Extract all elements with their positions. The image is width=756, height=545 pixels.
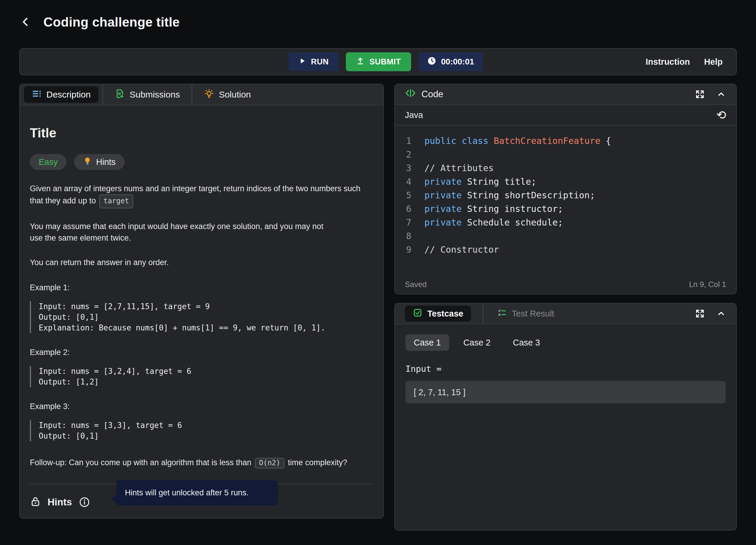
example-block: Input: nums = [2,7,11,15], target = 9Out… (30, 301, 372, 333)
lightbulb-icon (204, 89, 214, 101)
code-editor[interactable]: 1public class BatchCreationFeature {23//… (395, 126, 736, 256)
line-number: 9 (406, 244, 424, 255)
line-number: 8 (406, 231, 424, 241)
hints-header: Hints Hints will get unlocked after 5 ru… (30, 494, 372, 510)
code-text: // Constructor (424, 244, 499, 255)
timer-value: 00:00:01 (441, 57, 474, 66)
upload-icon (356, 56, 365, 67)
checklist-icon (497, 308, 507, 320)
tab-test-result-label: Test Result (512, 309, 554, 319)
code-panel: Code Java ⟲ 1public class BatchCreationF… (394, 84, 737, 295)
code-lines: 1public class BatchCreationFeature {23//… (406, 134, 736, 256)
testcase-body: Case 1Case 2Case 3 Input = [ 2, 7, 11, 1… (395, 324, 736, 404)
expand-icon[interactable] (695, 89, 705, 99)
difficulty-badge: Easy (30, 154, 66, 170)
problem-statement: Given an array of integers nums and an i… (30, 183, 365, 208)
line-number: 1 (406, 136, 424, 146)
inline-code-complexity: O(n2) (255, 458, 284, 468)
tab-submissions-label: Submissions (130, 89, 180, 100)
line-number: 2 (406, 149, 424, 160)
hints-badge-label: Hints (96, 157, 115, 167)
case-tabs: Case 1Case 2Case 3 (405, 334, 726, 351)
code-line: 3// Attributes (406, 161, 736, 175)
code-text: private String instructor; (424, 204, 563, 214)
code-line: 1public class BatchCreationFeature { (406, 134, 736, 147)
problem-note: You can return the answer in any order. (30, 257, 365, 268)
code-text: private Schedule schedule; (424, 217, 563, 227)
line-number: 7 (406, 217, 424, 227)
input-value-field[interactable]: [ 2, 7, 11, 15 ] (405, 381, 726, 404)
example-line: Output: [1,2] (39, 377, 372, 387)
description-panel: Description Submissions Solution Title E… (19, 84, 384, 519)
clock-icon (427, 56, 436, 68)
collapse-chevron-icon[interactable] (716, 89, 726, 99)
hint-list: Hint 1 titleHint 2 title (30, 515, 372, 519)
case-tab-2[interactable]: Case 2 (455, 334, 499, 351)
line-number: 5 (406, 190, 424, 200)
save-status: Saved (405, 280, 427, 289)
expand-icon[interactable] (695, 309, 705, 319)
code-statusbar: Saved Ln 9, Col 1 (395, 275, 736, 294)
case-tab-1[interactable]: Case 1 (405, 334, 449, 351)
line-number: 3 (406, 163, 424, 173)
submit-button-label: SUBMIT (369, 57, 401, 66)
hint-item[interactable]: Hint 1 title (30, 515, 372, 519)
code-line: 4private String title; (406, 175, 736, 188)
language-row: Java ⟲ (395, 105, 736, 126)
toolbar: RUN SUBMIT 00:00:01 Instruction Help (19, 48, 737, 75)
submit-button[interactable]: SUBMIT (346, 52, 411, 71)
code-text: private String title; (424, 176, 536, 187)
back-button[interactable] (19, 16, 32, 29)
tab-submissions[interactable]: Submissions (103, 84, 192, 105)
example-block: Input: nums = [3,2,4], target = 6Output:… (30, 366, 372, 387)
code-text: private String shortDescription; (424, 190, 595, 200)
example-line: Input: nums = [3,3], target = 6 (39, 420, 372, 431)
badge-row: Easy Hints (30, 154, 372, 170)
tab-solution-label: Solution (219, 89, 251, 100)
tab-test-result[interactable]: Test Result (497, 308, 554, 320)
info-icon[interactable] (79, 496, 90, 508)
cursor-position: Ln 9, Col 1 (689, 280, 726, 289)
tab-testcase[interactable]: Testcase (405, 306, 471, 322)
code-line: 8 (406, 229, 736, 243)
reset-code-icon[interactable]: ⟲ (716, 109, 726, 121)
example-label: Example 1: (30, 283, 372, 292)
example-block: Input: nums = [3,3], target = 6Output: [… (30, 420, 372, 441)
page-title: Coding challenge title (43, 15, 180, 30)
followup-note: Follow-up: Can you come up with an algor… (30, 458, 372, 468)
tab-description[interactable]: Description (24, 86, 98, 103)
problem-assumption: You may assume that each input would hav… (30, 221, 334, 244)
hints-badge[interactable]: Hints (74, 154, 124, 170)
code-panel-title: Code (421, 89, 443, 100)
description-tabbar: Description Submissions Solution (20, 84, 383, 105)
instruction-link[interactable]: Instruction (646, 57, 690, 67)
language-selector[interactable]: Java (405, 110, 423, 120)
testcase-panel: Testcase Test Result Case 1Case 2Case 3 … (394, 303, 737, 531)
description-content: Title Easy Hints Given an array of integ… (20, 105, 383, 519)
app-header: Coding challenge title (19, 12, 180, 32)
lock-icon (30, 496, 41, 508)
case-tab-3[interactable]: Case 3 (505, 334, 548, 351)
code-line: 6private String instructor; (406, 202, 736, 215)
play-icon (299, 57, 306, 67)
input-label: Input = (405, 364, 726, 374)
code-text: // Attributes (424, 163, 494, 173)
tab-testcase-label: Testcase (427, 309, 463, 319)
line-number: 4 (406, 176, 424, 187)
code-line: 2 (406, 147, 736, 161)
testcase-panel-header: Testcase Test Result (395, 304, 736, 324)
example-line: Output: [0,1] (39, 431, 372, 441)
inline-code-target: target (99, 194, 133, 208)
run-button-label: RUN (311, 57, 329, 66)
help-link[interactable]: Help (704, 57, 723, 67)
example-label: Example 2: (30, 348, 372, 357)
line-number: 6 (406, 204, 424, 214)
checkbox-check-icon (413, 308, 423, 320)
tab-solution[interactable]: Solution (192, 84, 263, 105)
code-line: 5private String shortDescription; (406, 188, 736, 202)
timer-badge[interactable]: 00:00:01 (418, 52, 483, 71)
examples: Example 1:Input: nums = [2,7,11,15], tar… (30, 283, 372, 441)
hints-title: Hints (48, 497, 72, 508)
collapse-chevron-icon[interactable] (716, 309, 726, 319)
run-button[interactable]: RUN (289, 52, 339, 71)
